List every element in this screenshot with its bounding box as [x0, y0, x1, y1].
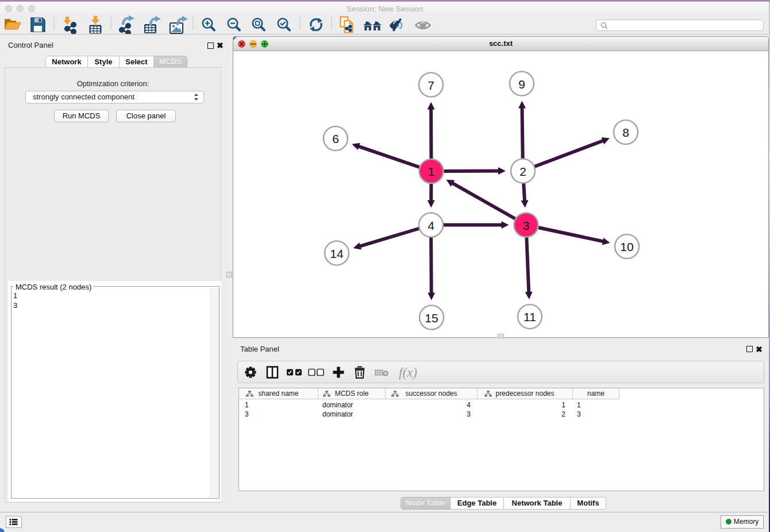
svg-text:11: 11 — [523, 310, 536, 323]
svg-text:6: 6 — [332, 132, 339, 145]
svg-text:2: 2 — [519, 165, 526, 178]
svg-text:f(x): f(x) — [399, 365, 417, 380]
svg-text:15: 15 — [425, 311, 438, 325]
svg-text:10: 10 — [620, 240, 633, 253]
svg-text:8: 8 — [622, 126, 629, 139]
svg-text:3: 3 — [523, 219, 530, 232]
svg-text:14: 14 — [330, 247, 344, 260]
svg-text:9: 9 — [518, 78, 525, 91]
svg-text:7: 7 — [428, 79, 434, 92]
svg-text:1: 1 — [428, 165, 435, 178]
svg-text:4: 4 — [428, 219, 434, 232]
